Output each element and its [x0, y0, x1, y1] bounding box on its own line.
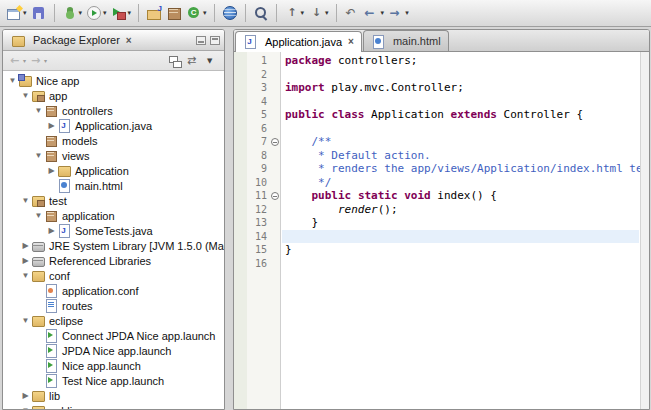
line-number: 3: [247, 81, 269, 95]
debug-button[interactable]: ▾: [60, 4, 85, 22]
tree-expand-icon[interactable]: ▼: [20, 316, 31, 325]
code-line: 4: [234, 95, 639, 109]
dropdown-arrow-icon: ▾: [301, 9, 305, 17]
new-package-button[interactable]: [164, 4, 184, 22]
launch-icon: [44, 374, 58, 387]
search-button[interactable]: [251, 4, 271, 22]
overview-ruler[interactable]: [640, 52, 649, 409]
next-annotation-button[interactable]: ▾: [306, 4, 331, 22]
tree-item[interactable]: ▶lib: [3, 388, 224, 403]
tree-item-label: application.conf: [62, 285, 138, 297]
html-icon: [57, 179, 71, 192]
close-tab-icon[interactable]: ×: [348, 36, 354, 47]
sash-divider[interactable]: [228, 29, 230, 410]
tree-item[interactable]: ▶Application.java: [3, 118, 224, 133]
tree-expand-icon[interactable]: ▼: [20, 91, 31, 100]
link-with-editor-icon: [186, 54, 200, 68]
code-editor[interactable]: 1package controllers;23import play.mvc.C…: [234, 52, 649, 409]
new-wizard-button[interactable]: ▾: [4, 4, 29, 22]
open-web-browser-button[interactable]: [220, 4, 240, 22]
previous-annotation-button[interactable]: ▾: [282, 4, 307, 22]
tree-item[interactable]: Test Nice app.launch: [3, 373, 224, 388]
tab-main-html[interactable]: main.html: [363, 30, 449, 51]
tree-item[interactable]: ▼eclipse: [3, 313, 224, 328]
tree-item[interactable]: ▼conf: [3, 268, 224, 283]
folder-icon: [31, 269, 45, 282]
tree-item[interactable]: JPDA Nice app.launch: [3, 343, 224, 358]
tree-item[interactable]: ▼views: [3, 148, 224, 163]
editor-tab-label: Application.java: [265, 36, 342, 48]
code-line: 14: [234, 230, 639, 244]
tree-item[interactable]: routes: [3, 298, 224, 313]
tree-expand-icon[interactable]: ▼: [33, 151, 44, 160]
tree-item[interactable]: ▼test: [3, 193, 224, 208]
package-explorer-header: Package Explorer ×: [3, 30, 224, 51]
tree-expand-icon[interactable]: ▶: [20, 241, 31, 250]
back-icon: [364, 5, 380, 21]
tree-expand-icon[interactable]: ▼: [20, 271, 31, 280]
tree-item-label: Application: [75, 165, 129, 177]
save-icon: [31, 5, 47, 21]
tab-application-java[interactable]: Application.java ×: [235, 31, 362, 52]
package-explorer-panel: Package Explorer × ▾▾ ▼Nice app▼app▼cont…: [2, 29, 225, 410]
tree-item[interactable]: ▼Nice app: [3, 73, 224, 88]
tree-item[interactable]: Nice app.launch: [3, 358, 224, 373]
tree-item[interactable]: ▶Application: [3, 163, 224, 178]
pkgfolder-icon: [31, 194, 45, 207]
tree-item[interactable]: application.conf: [3, 283, 224, 298]
minimize-icon[interactable]: [196, 36, 206, 45]
code-text: }: [282, 216, 318, 230]
tree-item[interactable]: ▼public: [3, 403, 224, 409]
tree-expand-icon[interactable]: ▶: [20, 256, 31, 265]
code-text: }: [282, 243, 292, 257]
tree-item[interactable]: ▼app: [3, 88, 224, 103]
link-with-editor-button[interactable]: [185, 53, 201, 69]
code-text: * Default action.: [282, 149, 431, 163]
view-menu-button[interactable]: [203, 53, 219, 69]
tree-item[interactable]: main.html: [3, 178, 224, 193]
code-line: 5public class Application extends Contro…: [234, 108, 639, 122]
launch-icon: [44, 329, 58, 342]
tree-expand-icon[interactable]: ▼: [33, 211, 44, 220]
tree-item-label: lib: [49, 390, 60, 402]
tree-expand-icon[interactable]: ▶: [46, 166, 57, 175]
tree-item[interactable]: Connect JPDA Nice app.launch: [3, 328, 224, 343]
tree-item[interactable]: ▶Referenced Libraries: [3, 253, 224, 268]
tree-item[interactable]: ▼controllers: [3, 103, 224, 118]
tree-item[interactable]: ▼application: [3, 208, 224, 223]
new-java-project-button[interactable]: [144, 4, 164, 22]
tree-expand-icon[interactable]: ▼: [20, 406, 31, 409]
new-class-button[interactable]: ▾: [184, 4, 209, 22]
tree-expand-icon[interactable]: ▶: [20, 391, 31, 400]
fold-marker-icon[interactable]: [271, 192, 279, 200]
tree-expand-icon[interactable]: ▼: [7, 76, 18, 85]
package-explorer-tab[interactable]: Package Explorer ×: [7, 32, 136, 49]
back-button[interactable]: ▾: [362, 4, 387, 22]
forward-button[interactable]: ▾: [386, 4, 411, 22]
code-line: 8 * Default action.: [234, 149, 639, 163]
tree-item[interactable]: models: [3, 133, 224, 148]
tree-expand-icon[interactable]: ▶: [46, 121, 57, 130]
close-view-icon[interactable]: ×: [126, 35, 132, 46]
forward-button[interactable]: ▾: [29, 53, 48, 69]
tree-expand-icon[interactable]: ▼: [20, 196, 31, 205]
collapse-all-button[interactable]: [167, 53, 183, 69]
tree-item-label: JPDA Nice app.launch: [62, 345, 171, 357]
jfile-icon: [57, 224, 71, 237]
save-button[interactable]: [29, 4, 49, 22]
tree-item-label: Test Nice app.launch: [62, 375, 164, 387]
tree-item-label: conf: [49, 270, 70, 282]
tree-expand-icon[interactable]: ▶: [46, 226, 57, 235]
code-line: 13 }: [234, 216, 639, 230]
line-number: 16: [247, 257, 269, 271]
back-button[interactable]: ▾: [8, 53, 27, 69]
external-tools-button[interactable]: ▾: [109, 4, 134, 22]
tree-item[interactable]: ▶JRE System Library [JVM 1.5.0 (Mac: [3, 238, 224, 253]
last-edit-location-button[interactable]: [342, 4, 362, 22]
run-button[interactable]: ▾: [84, 4, 109, 22]
tree-expand-icon[interactable]: ▼: [33, 106, 44, 115]
maximize-icon[interactable]: [210, 36, 220, 45]
tree-item-label: app: [49, 90, 67, 102]
fold-marker-icon[interactable]: [271, 138, 279, 146]
tree-item[interactable]: ▶SomeTests.java: [3, 223, 224, 238]
